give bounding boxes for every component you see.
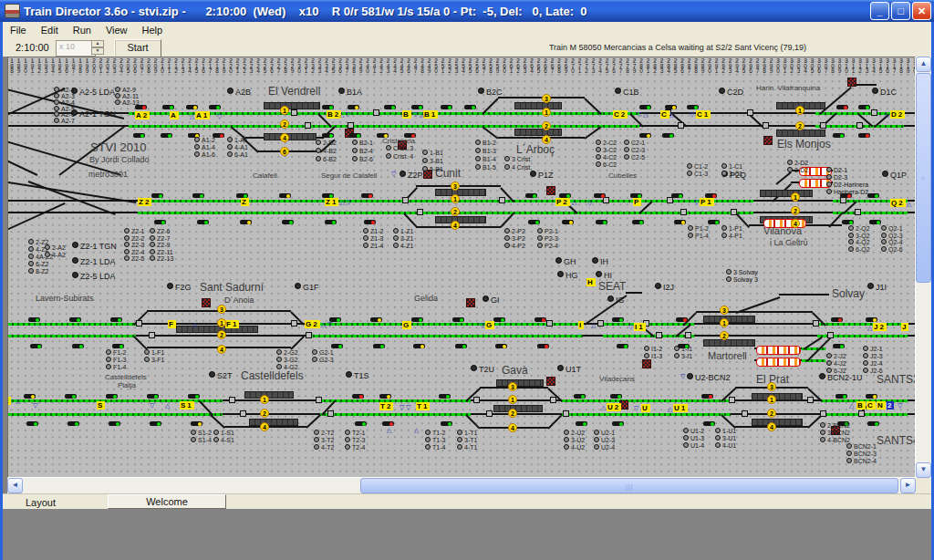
signal[interactable] — [411, 317, 423, 322]
signal[interactable] — [632, 220, 644, 224]
signal[interactable] — [28, 317, 40, 322]
signal[interactable] — [282, 220, 294, 224]
switch-box[interactable] — [827, 332, 834, 338]
signal[interactable] — [364, 220, 376, 224]
signal[interactable] — [197, 220, 209, 224]
signal[interactable] — [24, 394, 36, 399]
signal[interactable] — [67, 421, 79, 426]
switch-box[interactable] — [316, 397, 322, 403]
spinner-down-icon[interactable]: ▼ — [91, 47, 104, 55]
switch-box[interactable] — [871, 109, 877, 116]
menu-run[interactable]: Run — [66, 24, 99, 36]
signal[interactable] — [831, 317, 843, 322]
signal[interactable] — [191, 421, 202, 426]
signal[interactable] — [701, 394, 713, 399]
signal[interactable] — [133, 133, 145, 138]
switch-box[interactable] — [820, 122, 826, 129]
signal[interactable] — [842, 220, 854, 224]
signal[interactable] — [703, 421, 715, 426]
signal[interactable] — [833, 344, 845, 348]
switch-box[interactable] — [563, 410, 569, 417]
signal[interactable] — [493, 317, 505, 322]
menu-help[interactable]: Help — [135, 24, 171, 36]
signal[interactable] — [322, 105, 334, 109]
signal[interactable] — [110, 317, 122, 322]
switch-box[interactable] — [855, 209, 861, 215]
signal[interactable] — [836, 105, 848, 109]
signal[interactable] — [687, 105, 699, 109]
switch-box[interactable] — [678, 122, 684, 129]
signal[interactable] — [349, 133, 361, 138]
switch-box[interactable] — [742, 410, 748, 417]
train[interactable] — [756, 358, 801, 367]
signal[interactable] — [534, 317, 546, 322]
signal[interactable] — [150, 421, 161, 426]
signal[interactable] — [69, 317, 81, 322]
signal[interactable] — [574, 394, 586, 399]
signal[interactable] — [452, 317, 464, 322]
switch-box[interactable] — [348, 122, 354, 129]
signal[interactable] — [370, 317, 382, 322]
maximize-button[interactable]: □ — [891, 2, 910, 20]
train[interactable] — [756, 346, 801, 355]
signal[interactable] — [382, 421, 394, 426]
switch-box[interactable] — [373, 109, 379, 116]
signal[interactable] — [835, 394, 847, 399]
signal[interactable] — [411, 105, 423, 109]
signal[interactable] — [240, 220, 252, 224]
signal[interactable] — [612, 421, 624, 426]
signal[interactable] — [154, 220, 166, 224]
switch-box[interactable] — [656, 332, 662, 338]
signal[interactable] — [528, 220, 540, 224]
switch-box[interactable] — [729, 397, 735, 403]
switch-box[interactable] — [680, 209, 687, 215]
switch-box[interactable] — [685, 332, 691, 338]
signal[interactable] — [352, 394, 364, 399]
signal[interactable] — [384, 105, 396, 109]
signal[interactable] — [576, 421, 587, 426]
signal[interactable] — [610, 394, 622, 399]
switch-box[interactable] — [603, 197, 609, 203]
signal[interactable] — [379, 394, 391, 399]
signal[interactable] — [676, 317, 688, 322]
switch-box[interactable] — [149, 332, 155, 338]
signal[interactable] — [209, 105, 221, 109]
tab-welcome[interactable]: Welcome — [108, 494, 226, 509]
hscroll-thumb[interactable]: ||| — [360, 478, 898, 493]
vertical-scrollbar[interactable]: ▲ ▼ = — [916, 57, 931, 478]
menu-view[interactable]: View — [99, 24, 135, 36]
signal[interactable] — [109, 421, 120, 426]
switch-box[interactable] — [327, 410, 334, 417]
switch-box[interactable] — [763, 122, 769, 129]
switch-box[interactable] — [473, 397, 480, 403]
start-button[interactable]: Start — [114, 39, 161, 57]
signal[interactable] — [858, 105, 870, 109]
scroll-down-icon[interactable]: ▼ — [916, 462, 931, 478]
switch-box[interactable] — [840, 197, 846, 203]
signal[interactable] — [833, 133, 845, 138]
speed-spinner[interactable]: x 10 — [56, 40, 96, 57]
signal[interactable] — [708, 220, 720, 224]
signal[interactable] — [594, 193, 606, 198]
scroll-right-icon[interactable]: ► — [900, 478, 916, 493]
scroll-left-icon[interactable]: ◄ — [7, 478, 23, 493]
signal[interactable] — [161, 133, 172, 138]
scroll-up-icon[interactable]: ▲ — [916, 57, 931, 72]
switch-box[interactable] — [499, 197, 505, 203]
switch-box[interactable] — [291, 320, 297, 327]
switch-box[interactable] — [546, 320, 553, 327]
signal[interactable] — [361, 193, 373, 198]
signal[interactable] — [26, 421, 38, 426]
switch-box[interactable] — [291, 109, 297, 116]
signal[interactable] — [112, 344, 124, 348]
switch-box[interactable] — [240, 410, 246, 417]
signal[interactable] — [671, 193, 683, 198]
signal[interactable] — [665, 105, 677, 109]
switch-box[interactable] — [747, 109, 753, 116]
signal[interactable] — [355, 421, 367, 426]
switch-box[interactable] — [597, 320, 604, 327]
signal[interactable] — [151, 193, 163, 198]
signal[interactable] — [65, 394, 77, 399]
signal[interactable] — [322, 133, 334, 138]
signal[interactable] — [525, 193, 537, 198]
